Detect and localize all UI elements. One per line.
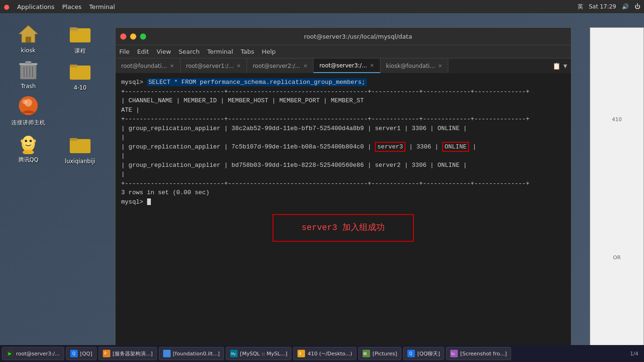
tab-1-close[interactable]: × <box>237 63 241 69</box>
terminal-tabs: root@foundati... × root@server1:/... × r… <box>116 58 571 73</box>
success-banner-container: server3 加入组成功 <box>121 214 565 242</box>
terminal-menubar: File Edit View Search Terminal Tabs Help <box>116 45 571 58</box>
taskbar-pictures[interactable]: 🖼 [Pictures] <box>358 347 401 360</box>
taskbar-slides-label: [服务器架构演...] <box>113 350 153 357</box>
cursor <box>147 198 151 205</box>
tab-3[interactable]: root@server3:/... × <box>314 58 380 73</box>
taskbar-qq-icon: Q <box>70 350 78 357</box>
taskbar-screenshot[interactable]: Sc [Screenshot fro...] <box>446 347 511 360</box>
server3-highlight: server3 <box>375 142 405 152</box>
menu-search[interactable]: Search <box>179 48 200 55</box>
top-menubar-left: ● Applications Places Terminal <box>4 3 115 10</box>
sql-command: SELECT * FROM performance_schema.replica… <box>147 78 367 86</box>
taskbar-pictures-label: [Pictures] <box>372 351 397 357</box>
desktop: kiosk Trash <box>0 13 644 362</box>
connect-label: 连接讲师主机 <box>11 119 45 127</box>
tab-4-label: kiosk@foundati... <box>386 63 435 69</box>
right-panel-410: 410 <box>594 116 640 123</box>
tab-dropdown-icon[interactable]: ▾ <box>563 61 567 70</box>
new-prompt: mysql> <box>121 198 147 206</box>
desktop-icons-col2: 课程 4-10 luxiqianbiji <box>52 13 108 362</box>
tab-1-label: root@server1:/... <box>186 63 234 69</box>
menu-help[interactable]: Help <box>262 48 276 55</box>
tab-3-label: root@server3:/... <box>319 62 367 69</box>
new-prompt-line: mysql> <box>121 197 565 207</box>
desktop-icon-kiosk[interactable]: kiosk <box>7 23 50 54</box>
tab-0-close[interactable]: × <box>170 63 174 69</box>
svg-rect-1 <box>25 37 31 42</box>
svg-text:Sc: Sc <box>451 352 455 356</box>
taskbar-qq-client[interactable]: Q [QQ] <box>66 347 97 360</box>
svg-rect-2 <box>20 64 36 79</box>
taskbar-editor[interactable]: 4 410 (~/Deskto...) <box>293 347 356 360</box>
success-banner: server3 加入组成功 <box>272 214 414 242</box>
svg-rect-4 <box>25 61 31 64</box>
svg-point-11 <box>22 99 27 104</box>
desktop-icon-trash[interactable]: Trash <box>7 58 50 90</box>
taskbar-mysql-label: [MySQL :: MySL...] <box>240 351 287 357</box>
taskbar-pictures-icon: 🖼 <box>363 350 370 357</box>
power-icon[interactable]: ⏻ <box>635 3 640 10</box>
taskbar-terminal-label: root@server3:/... <box>16 351 60 357</box>
tab-2-close[interactable]: × <box>303 63 307 69</box>
desktop-icon-course[interactable]: 课程 <box>59 23 101 55</box>
taskbar-slides[interactable]: P [服务器架构演...] <box>99 347 157 360</box>
maximize-button[interactable] <box>140 33 146 40</box>
tab-extra-icons: 📋 ▾ <box>549 58 571 73</box>
tab-4[interactable]: kiosk@foundati... × <box>380 58 448 73</box>
taskbar-browser-icon <box>163 350 171 357</box>
desktop-icons-col1: kiosk Trash <box>0 13 57 362</box>
rows-result: 3 rows in set (0.00 sec) <box>121 188 565 197</box>
right-panel-content: 410 OR INS <box>590 28 644 355</box>
desktop-icon-luxiqianbiji[interactable]: luxiqianbiji <box>59 133 101 165</box>
course-folder-icon <box>69 23 91 45</box>
taskbar-mysql[interactable]: My [MySQL :: MySL...] <box>226 347 291 360</box>
tab-0-label: root@foundati... <box>121 63 167 69</box>
tab-4-close[interactable]: × <box>438 63 442 69</box>
applications-menu[interactable]: Applications <box>17 3 54 10</box>
taskbar-browser-label: [foundation0.ilt...] <box>173 351 220 357</box>
places-menu[interactable]: Places <box>62 3 82 10</box>
taskbar-qq-label: [QQ] <box>80 351 92 357</box>
online-highlight: ONLINE <box>442 142 469 152</box>
tab-3-close[interactable]: × <box>370 62 374 68</box>
svg-point-15 <box>30 140 32 142</box>
taskbar-terminal-icon: ▶ <box>6 350 14 357</box>
desktop-icon-qq[interactable]: 腾讯QQ <box>7 132 50 164</box>
separator-3: +---------------------------+-----------… <box>121 179 565 189</box>
menu-edit[interactable]: Edit <box>137 48 149 55</box>
tab-2[interactable]: root@server2:/... × <box>247 58 314 73</box>
svg-text:4: 4 <box>299 352 301 356</box>
terminal-menu[interactable]: Terminal <box>89 3 115 10</box>
terminal-titlebar: root@server3:/usr/local/mysql/data <box>116 28 571 45</box>
menu-view[interactable]: View <box>157 48 171 55</box>
course-label: 课程 <box>74 47 86 55</box>
svg-rect-22 <box>70 139 91 153</box>
tab-0[interactable]: root@foundati... × <box>116 58 181 73</box>
menu-file[interactable]: File <box>119 48 130 55</box>
desktop-icon-connect[interactable]: 连接讲师主机 <box>7 94 50 127</box>
menu-terminal[interactable]: Terminal <box>207 48 233 55</box>
svg-point-28 <box>164 351 170 356</box>
svg-rect-20 <box>70 66 91 80</box>
svg-text:My: My <box>231 352 236 356</box>
close-button[interactable] <box>120 33 126 40</box>
new-tab-icon[interactable]: 📋 <box>553 62 561 70</box>
tab-1[interactable]: root@server1:/... × <box>181 58 247 73</box>
taskbar-chat-icon: Q <box>407 350 415 357</box>
minimize-button[interactable] <box>130 33 136 40</box>
taskbar-qq-chat[interactable]: Q [QQ聊天] <box>403 347 444 360</box>
410-folder-icon <box>69 60 91 82</box>
taskbar-slides-icon: P <box>103 350 110 357</box>
desktop-icon-410[interactable]: 4-10 <box>59 60 101 91</box>
taskbar-terminal[interactable]: ▶ root@server3:/... <box>2 347 64 360</box>
taskbar-browser[interactable]: [foundation0.ilt...] <box>159 347 224 360</box>
home-icon <box>17 23 40 45</box>
menu-tabs[interactable]: Tabs <box>240 48 254 55</box>
data-row-3: | group_replication_applier | bd758b03-9… <box>121 161 565 170</box>
sound-icon[interactable]: 🔊 <box>622 3 629 10</box>
terminal-content[interactable]: mysql> SELECT * FROM performance_schema.… <box>116 73 571 362</box>
svg-point-16 <box>23 150 34 154</box>
qq-label: 腾讯QQ <box>18 156 39 164</box>
taskbar-mysql-icon: My <box>230 350 238 357</box>
